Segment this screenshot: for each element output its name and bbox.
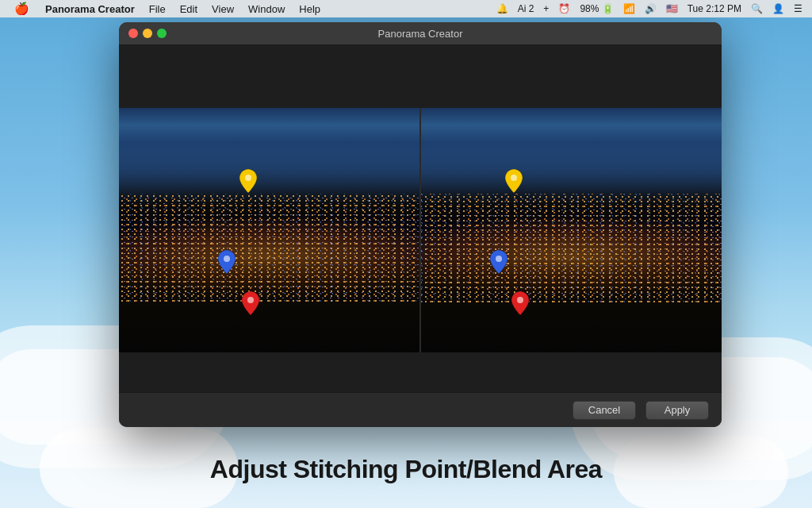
marker-red-right[interactable] — [511, 291, 529, 315]
image-area — [119, 108, 722, 352]
right-city-image — [421, 108, 722, 352]
marker-blue-right[interactable] — [490, 250, 508, 274]
right-image-panel[interactable] — [421, 108, 722, 352]
adobe-icon[interactable]: Ai 2 — [515, 0, 538, 17]
marker-blue-left[interactable] — [218, 250, 236, 274]
top-strip — [119, 44, 722, 108]
svg-point-4 — [496, 256, 502, 262]
app-window: Panorama Creator — [119, 22, 722, 427]
menubar: 🍎 Panorama Creator File Edit View Window… — [0, 0, 812, 17]
menubar-right: 🔔 Ai 2 + ⏰ 98% 🔋 📶 🔊 🇺🇸 Tue 2:12 PM 🔍 👤 … — [493, 0, 812, 17]
menubar-help[interactable]: Help — [293, 0, 327, 17]
minimize-button[interactable] — [143, 29, 152, 38]
user-icon[interactable]: 👤 — [769, 0, 787, 17]
menubar-window[interactable]: Window — [242, 0, 291, 17]
traffic-lights — [128, 29, 167, 38]
battery-status: 98% 🔋 — [576, 0, 616, 17]
svg-point-0 — [245, 175, 251, 181]
language-flag: 🇺🇸 — [663, 0, 681, 17]
left-image-panel[interactable] — [119, 108, 421, 352]
svg-point-1 — [224, 256, 230, 262]
svg-point-3 — [511, 175, 517, 181]
spotlight-icon[interactable]: 🔍 — [748, 0, 766, 17]
time-machine-icon[interactable]: ⏰ — [555, 0, 573, 17]
clock: Tue 2:12 PM — [684, 0, 745, 17]
title-bar: Panorama Creator — [119, 22, 722, 44]
svg-point-2 — [247, 297, 254, 303]
bottom-strip — [119, 352, 722, 392]
city-lights-left — [119, 194, 419, 304]
bottom-title: Adjust Stitching Point/Blend Area — [0, 455, 812, 484]
control-center-icon[interactable]: ☰ — [791, 0, 806, 17]
marker-red-left[interactable] — [242, 291, 259, 315]
marker-yellow-left[interactable] — [239, 169, 257, 193]
menubar-app-name[interactable]: Panorama Creator — [39, 0, 141, 17]
volume-icon[interactable]: 🔊 — [642, 0, 660, 17]
menubar-file[interactable]: File — [143, 0, 172, 17]
window-title: Panorama Creator — [378, 28, 463, 40]
apple-menu[interactable]: 🍎 — [6, 0, 37, 17]
notification-icon[interactable]: 🔔 — [493, 0, 511, 17]
button-bar: Cancel Apply — [119, 392, 722, 427]
svg-point-5 — [517, 297, 523, 303]
cancel-button[interactable]: Cancel — [573, 401, 636, 420]
close-button[interactable] — [128, 29, 138, 38]
add-icon[interactable]: + — [540, 0, 552, 17]
marker-yellow-right[interactable] — [505, 169, 523, 193]
menubar-edit[interactable]: Edit — [174, 0, 204, 17]
apply-button[interactable]: Apply — [645, 401, 709, 420]
left-city-image — [119, 108, 419, 352]
city-lights-right — [421, 194, 722, 304]
menubar-left: 🍎 Panorama Creator File Edit View Window… — [0, 0, 327, 17]
menubar-view[interactable]: View — [205, 0, 240, 17]
wifi-icon[interactable]: 📶 — [620, 0, 638, 17]
maximize-button[interactable] — [157, 29, 167, 38]
